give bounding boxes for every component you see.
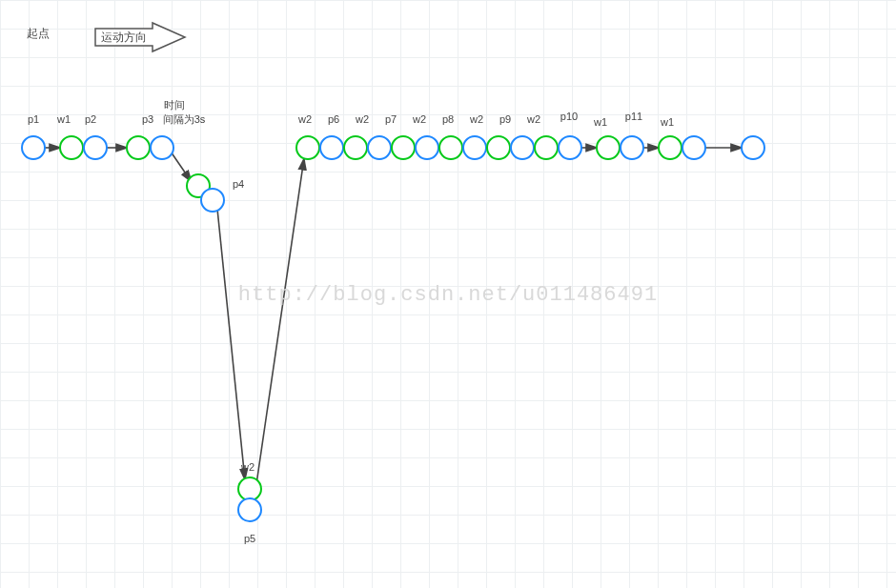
label-p6: p6: [328, 113, 339, 125]
label-p1: p1: [28, 113, 39, 125]
label-p10: p10: [560, 111, 578, 122]
node-bLast: [741, 135, 765, 160]
label-p5: p5: [244, 533, 255, 544]
label-p11: p11: [625, 111, 642, 122]
label-p8: p8: [442, 113, 454, 125]
node-w1a: [59, 135, 84, 160]
node-p7: [367, 135, 392, 160]
node-b1: [510, 135, 535, 160]
diagram-canvas: 起点 运动方向 时间 间隔为3s p1w1p2p3p4p5w2w2p6w2p7w…: [0, 0, 896, 588]
node-p10b: [558, 135, 582, 160]
label-w1c: w1: [661, 116, 674, 128]
node-p2: [83, 135, 108, 160]
label-w2f: w2: [241, 461, 255, 473]
node-p1: [21, 135, 46, 160]
node-p9: [462, 135, 487, 160]
connector: [256, 158, 304, 484]
label-w2b: w2: [356, 113, 369, 125]
node-g1: [126, 135, 151, 160]
watermark: http://blog.csdn.net/u011486491: [238, 282, 658, 306]
label-w1a: w1: [57, 113, 71, 125]
node-w2e: [486, 135, 511, 160]
label-p4: p4: [233, 178, 244, 190]
node-b2: [682, 135, 706, 160]
node-p4: [200, 188, 225, 213]
node-p5: [237, 497, 262, 522]
node-p11b: [620, 135, 644, 160]
node-w2a: [295, 135, 320, 160]
node-g3: [534, 135, 559, 160]
node-g5: [658, 135, 682, 160]
node-w2b: [343, 135, 368, 160]
label-w1b: w1: [594, 116, 607, 128]
label-w2e: w2: [527, 113, 540, 125]
connector: [217, 209, 245, 480]
label-p9: p9: [499, 113, 511, 125]
node-w2d: [438, 135, 463, 160]
label-p7: p7: [385, 113, 397, 125]
node-w2c: [391, 135, 416, 160]
node-p3: [150, 135, 174, 160]
label-w2c: w2: [413, 113, 426, 125]
node-g4: [596, 135, 621, 160]
node-p8: [415, 135, 439, 160]
node-p6: [319, 135, 344, 160]
label-p2: p2: [85, 113, 96, 125]
label-w2a: w2: [298, 113, 312, 125]
label-w2d: w2: [470, 113, 483, 125]
label-p3: p3: [142, 113, 153, 125]
